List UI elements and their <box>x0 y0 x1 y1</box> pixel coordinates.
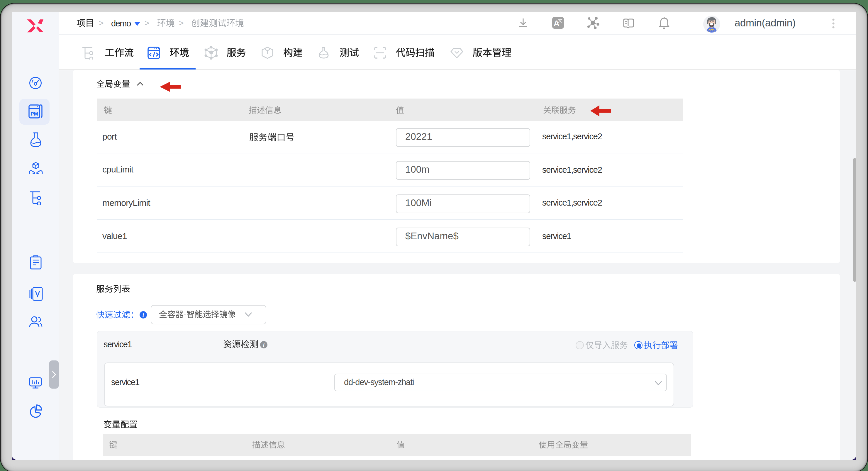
svg-text:i: i <box>143 312 144 318</box>
svg-text:PM: PM <box>31 111 38 117</box>
svg-text:i: i <box>263 342 265 348</box>
